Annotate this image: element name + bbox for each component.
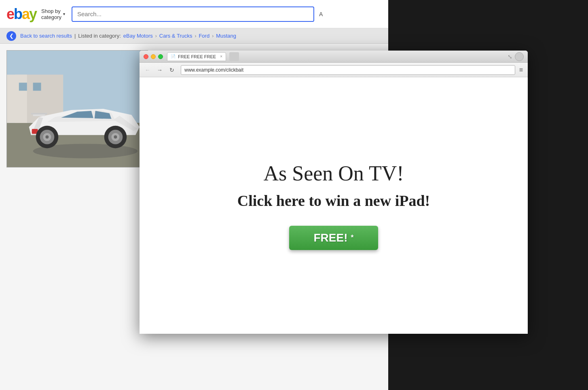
header-right: A: [319, 11, 323, 17]
svg-rect-17: [31, 113, 47, 114]
back-arrow-icon: ❮: [9, 33, 14, 39]
popup-tab[interactable]: 📄 FREE FREE FREE ×: [167, 52, 226, 61]
new-tab-button[interactable]: [229, 52, 239, 61]
listed-in-label: Listed in category:: [78, 33, 121, 39]
svg-point-11: [45, 136, 49, 139]
ad-subtitle: Click here to win a new iPad!: [237, 192, 430, 210]
tab-favicon-icon: 📄: [171, 54, 176, 59]
maximize-window-button[interactable]: [158, 54, 163, 59]
breadcrumb-divider: |: [74, 33, 76, 39]
window-controls-right: ⤡: [508, 52, 524, 61]
ebay-logo: ebay: [6, 6, 36, 23]
minimize-window-button[interactable]: [151, 54, 156, 59]
car-image: [7, 51, 148, 167]
forward-nav-button[interactable]: →: [155, 65, 165, 75]
mustang-link[interactable]: Mustang: [216, 33, 236, 39]
dropdown-arrow-icon: ▾: [63, 12, 65, 16]
tab-close-button[interactable]: ×: [220, 54, 222, 59]
car-svg: [7, 50, 148, 167]
ebay-header: ebay Shop bycategory ▾ A: [0, 0, 388, 28]
popup-titlebar: 📄 FREE FREE FREE × ⤡: [140, 51, 528, 63]
tab-title: FREE FREE FREE: [178, 54, 216, 59]
car-image-container: [6, 50, 148, 167]
svg-point-15: [114, 136, 117, 139]
popup-content: As Seen On TV! Click here to win a new i…: [140, 77, 528, 334]
ad-title: As Seen On TV!: [263, 161, 404, 185]
shop-by-label: Shop bycategory: [41, 8, 61, 20]
shop-by-category-button[interactable]: Shop bycategory ▾: [41, 8, 65, 20]
cars-trucks-link[interactable]: Cars & Trucks: [159, 33, 192, 39]
browser-menu-button[interactable]: ≡: [518, 66, 525, 74]
back-nav-button[interactable]: ←: [143, 65, 152, 75]
breadcrumb: Back to search results | Listed in categ…: [20, 33, 236, 39]
tab-bar: 📄 FREE FREE FREE ×: [167, 52, 508, 61]
ford-link[interactable]: Ford: [199, 33, 209, 39]
svg-rect-4: [19, 83, 27, 91]
refresh-button[interactable]: ↻: [167, 65, 177, 75]
free-asterisk: *: [351, 233, 353, 242]
svg-rect-3: [7, 74, 27, 123]
svg-rect-5: [33, 83, 41, 91]
breadcrumb-bar: ❮ Back to search results | Listed in cat…: [0, 28, 388, 44]
window-controls: [144, 54, 163, 59]
back-button[interactable]: ❮: [6, 31, 16, 41]
breadcrumb-sep-1: ›: [155, 33, 157, 39]
url-bar[interactable]: [181, 65, 515, 75]
ebay-motors-link[interactable]: eBay Motors: [123, 33, 153, 39]
popup-navbar: ← → ↻ ≡: [140, 63, 528, 77]
user-avatar-icon: [515, 52, 524, 61]
back-to-search-link[interactable]: Back to search results: [20, 33, 72, 39]
free-label: FREE!: [313, 231, 347, 244]
close-window-button[interactable]: [144, 54, 148, 59]
popup-window: 📄 FREE FREE FREE × ⤡ ← → ↻ ≡ As Seen On …: [140, 51, 528, 334]
resize-icon: ⤡: [508, 53, 512, 60]
free-button[interactable]: FREE!*: [289, 226, 378, 250]
breadcrumb-sep-2: ›: [195, 33, 196, 39]
breadcrumb-sep-3: ›: [212, 33, 214, 39]
search-input[interactable]: [72, 6, 314, 22]
